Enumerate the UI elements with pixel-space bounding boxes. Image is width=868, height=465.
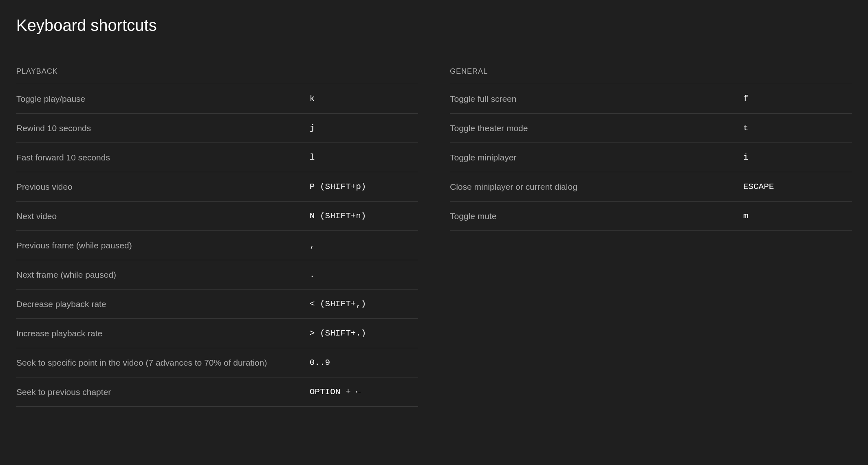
shortcut-label: Seek to previous chapter — [16, 386, 310, 398]
shortcut-row: Seek to specific point in the video (7 a… — [16, 348, 418, 377]
shortcut-row: Close miniplayer or current dialog ESCAP… — [450, 172, 852, 202]
shortcut-label: Fast forward 10 seconds — [16, 151, 310, 163]
shortcut-label: Previous frame (while paused) — [16, 239, 310, 251]
page-title: Keyboard shortcuts — [16, 16, 852, 35]
shortcut-label: Rewind 10 seconds — [16, 122, 310, 134]
shortcut-label: Toggle miniplayer — [450, 151, 743, 163]
shortcut-key: , — [310, 241, 418, 250]
shortcut-key: > (SHIFT+.) — [310, 329, 418, 338]
shortcut-label: Seek to specific point in the video (7 a… — [16, 357, 310, 368]
shortcut-label: Toggle play/pause — [16, 93, 310, 105]
shortcut-label: Toggle theater mode — [450, 122, 743, 134]
shortcut-key: i — [743, 153, 852, 162]
shortcut-row: Toggle play/pause k — [16, 84, 418, 114]
shortcut-label: Close miniplayer or current dialog — [450, 181, 743, 193]
shortcut-key: P (SHIFT+p) — [310, 182, 418, 191]
shortcut-row: Toggle theater mode t — [450, 114, 852, 143]
playback-header: PLAYBACK — [16, 67, 418, 84]
playback-column: PLAYBACK Toggle play/pause k Rewind 10 s… — [16, 67, 418, 407]
shortcut-label: Next video — [16, 210, 310, 222]
shortcut-key: k — [310, 94, 418, 103]
shortcut-label: Decrease playback rate — [16, 298, 310, 310]
columns-wrapper: PLAYBACK Toggle play/pause k Rewind 10 s… — [16, 67, 852, 407]
shortcut-row: Toggle miniplayer i — [450, 143, 852, 172]
shortcut-key: f — [743, 94, 852, 103]
shortcut-row: Previous frame (while paused) , — [16, 231, 418, 260]
shortcut-key: j — [310, 123, 418, 133]
shortcut-key: < (SHIFT+,) — [310, 299, 418, 309]
shortcut-row: Toggle full screen f — [450, 84, 852, 114]
shortcut-key: . — [310, 270, 418, 279]
general-column: GENERAL Toggle full screen f Toggle thea… — [450, 67, 852, 407]
general-header: GENERAL — [450, 67, 852, 84]
shortcut-row: Previous video P (SHIFT+p) — [16, 172, 418, 202]
shortcut-row: Decrease playback rate < (SHIFT+,) — [16, 290, 418, 319]
shortcut-label: Toggle mute — [450, 210, 743, 222]
shortcut-row: Rewind 10 seconds j — [16, 114, 418, 143]
shortcut-label: Previous video — [16, 181, 310, 193]
shortcut-key: N (SHIFT+n) — [310, 211, 418, 221]
shortcut-key: OPTION + ← — [310, 387, 418, 397]
shortcut-key: ESCAPE — [743, 182, 852, 191]
shortcut-key: t — [743, 123, 852, 133]
shortcuts-dialog: Keyboard shortcuts PLAYBACK Toggle play/… — [0, 0, 868, 407]
shortcut-row: Fast forward 10 seconds l — [16, 143, 418, 172]
shortcut-row: Seek to previous chapter OPTION + ← — [16, 377, 418, 407]
shortcut-row: Toggle mute m — [450, 202, 852, 231]
shortcut-row: Next frame (while paused) . — [16, 260, 418, 290]
shortcut-label: Toggle full screen — [450, 93, 743, 105]
shortcut-label: Increase playback rate — [16, 327, 310, 339]
shortcut-row: Next video N (SHIFT+n) — [16, 202, 418, 231]
shortcut-key: 0..9 — [310, 358, 418, 367]
shortcut-key: m — [743, 211, 852, 221]
shortcut-row: Increase playback rate > (SHIFT+.) — [16, 319, 418, 348]
shortcut-label: Next frame (while paused) — [16, 269, 310, 281]
shortcut-key: l — [310, 153, 418, 162]
